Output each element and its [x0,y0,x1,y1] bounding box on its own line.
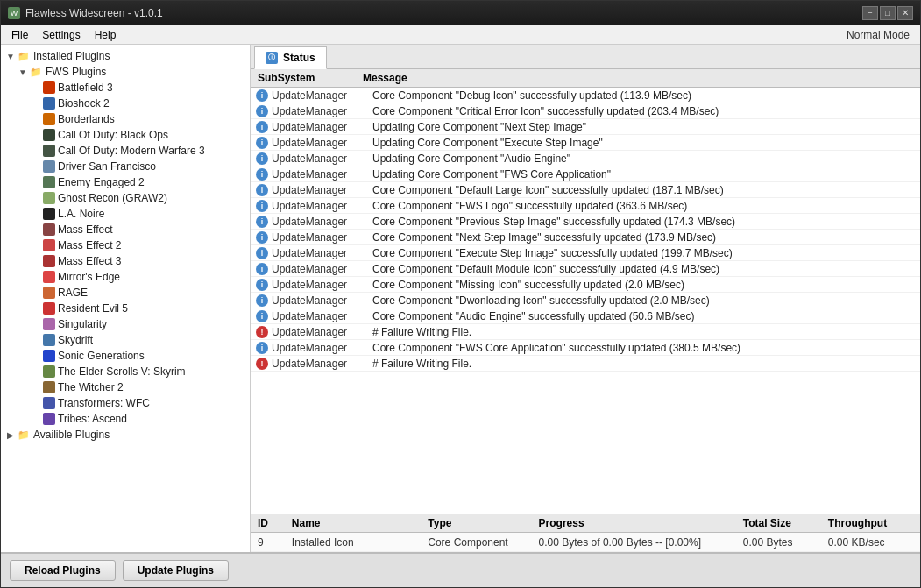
maximize-button[interactable]: □ [880,6,896,20]
info-icon: i [256,247,268,259]
log-row: i UpdateManager Updating Core Component … [251,166,920,182]
log-message: Core Component "Previous Step Image" suc… [372,216,915,228]
log-subsystem: UpdateManager [272,184,372,196]
plugin-icon-me2 [43,239,55,251]
status-tab-bar: ⓘ Status [251,45,920,69]
plugin-label-twfc: Transformers: WFC [58,397,150,409]
sidebar-item-dsf[interactable]: Driver San Francisco [1,159,250,174]
menu-settings[interactable]: Settings [35,27,87,43]
log-message: Updating Core Component "Audio Engine" [372,152,915,165]
sidebar-item-sky[interactable]: Skydrift [1,332,250,348]
plugin-label-sonic: Sonic Generations [58,350,145,362]
fws-plugins-label: FWS Plugins [46,66,106,78]
sidebar-item-twfc[interactable]: Transformers: WFC [1,395,250,411]
log-message: # Failure Writing File. [372,358,915,370]
info-icon: i [256,310,268,322]
info-icon: i [256,279,268,291]
sidebar-item-installed-plugins[interactable]: ▼ 📁 Installed Plugins [1,48,250,64]
log-row: i UpdateManager Core Component "Default … [251,261,920,277]
plugin-label-re5: Resident Evil 5 [58,302,128,315]
plugin-label-bor: Borderlands [58,113,115,125]
sidebar-item-lan[interactable]: L.A. Noire [1,206,250,222]
sidebar-item-bor[interactable]: Borderlands [1,111,250,127]
log-subsystem: UpdateManager [272,342,372,354]
plugin-label-me3: Mass Effect 3 [58,255,121,267]
menu-file[interactable]: File [4,27,35,43]
log-row: i UpdateManager Core Component "Debug Ic… [251,88,920,103]
log-message: Updating Core Component "Next Step Image… [372,121,915,133]
folder-icon-fws: 📁 [29,65,43,79]
installed-plugins-label: Installed Plugins [33,50,110,62]
dl-val-name: Installed Icon [292,536,428,549]
plugin-icon-mre [43,271,55,283]
reload-plugins-button[interactable]: Reload Plugins [10,560,116,581]
sidebar-item-re5[interactable]: Resident Evil 5 [1,301,250,316]
sidebar-item-me2[interactable]: Mass Effect 2 [1,237,250,253]
log-subsystem: UpdateManager [272,121,372,133]
sidebar-item-ee2[interactable]: Enemy Engaged 2 [1,174,250,190]
sidebar-item-tes5[interactable]: The Elder Scrolls V: Skyrim [1,364,250,379]
menu-help[interactable]: Help [88,27,124,43]
sidebar-item-tribes[interactable]: Tribes: Ascend [1,411,250,427]
sidebar-item-bf3[interactable]: Battlefield 3 [1,80,250,96]
log-subsystem: UpdateManager [272,263,372,275]
info-icon: i [256,231,268,244]
close-button[interactable]: ✕ [897,6,913,20]
status-tab-label: Status [283,52,315,64]
info-icon: i [256,200,268,212]
log-message: Core Component "Next Step Image" success… [372,231,915,244]
log-subsystem: UpdateManager [272,216,372,228]
log-scroll-container[interactable]: i UpdateManager Core Component "Debug Ic… [251,88,920,514]
plugin-label-cod-mw3: Call Of Duty: Modern Warfare 3 [58,145,205,157]
dl-header-type: Type [428,517,538,529]
dl-val-size: 0.00 Bytes [743,536,828,549]
sidebar-item-rage[interactable]: RAGE [1,285,250,301]
log-header-message: Message [363,72,913,84]
plugin-label-rage: RAGE [58,287,88,299]
sidebar-item-bio2[interactable]: Bioshock 2 [1,96,250,111]
log-message: Updating Core Component "FWS Core Applic… [372,168,915,181]
dl-header-progress: Progress [539,517,743,529]
sidebar-item-sin[interactable]: Singularity [1,316,250,332]
sidebar: ▼ 📁 Installed Plugins ▼ 📁 FWS Plugins Ba… [1,45,251,552]
plugin-icon-tes5 [43,365,55,378]
sidebar-item-sonic[interactable]: Sonic Generations [1,348,250,364]
plugin-icon-graw [43,192,55,204]
log-row: i UpdateManager Core Component "Critical… [251,103,920,119]
log-subsystem: UpdateManager [272,358,372,370]
error-icon: ! [256,358,268,370]
sidebar-item-mre[interactable]: Mirror's Edge [1,269,250,285]
title-bar-left: W Flawless Widescreen - v1.0.1 [8,7,163,19]
sidebar-item-available-plugins[interactable]: ▶ 📁 Availible Plugins [1,427,250,443]
app-icon: W [8,7,20,19]
log-row: i UpdateManager Core Component "Audio En… [251,308,920,324]
log-row: i UpdateManager Core Component "Execute … [251,245,920,261]
sidebar-item-cod-bo[interactable]: Call Of Duty: Black Ops [1,127,250,143]
tab-status[interactable]: ⓘ Status [254,46,327,69]
log-subsystem: UpdateManager [272,326,372,338]
folder-icon-installed: 📁 [17,49,31,63]
plugin-icon-sky [43,334,55,346]
log-message: Core Component "Missing Icon" successful… [372,279,915,291]
sidebar-item-graw[interactable]: Ghost Recon (GRAW2) [1,190,250,206]
available-plugins-label: Availible Plugins [33,429,110,441]
sidebar-item-cod-mw3[interactable]: Call Of Duty: Modern Warfare 3 [1,143,250,159]
plugin-label-cod-bo: Call Of Duty: Black Ops [58,129,168,141]
info-icon: i [256,263,268,275]
log-row: i UpdateManager Core Component "Previous… [251,214,920,230]
log-row: i UpdateManager Core Component "Missing … [251,277,920,293]
sidebar-item-me3[interactable]: Mass Effect 3 [1,253,250,269]
minimize-button[interactable]: − [862,6,878,20]
plugin-icon-tribes [43,413,55,425]
log-subsystem: UpdateManager [272,168,372,181]
update-plugins-button[interactable]: Update Plugins [123,560,229,581]
sidebar-item-me1[interactable]: Mass Effect [1,222,250,237]
log-subsystem: UpdateManager [272,279,372,291]
sidebar-item-witcher2[interactable]: The Witcher 2 [1,379,250,395]
sidebar-item-fws-plugins[interactable]: ▼ 📁 FWS Plugins [1,64,250,80]
toggle-available-plugins: ▶ [4,430,17,440]
plugin-label-bio2: Bioshock 2 [58,97,110,110]
info-icon: i [256,152,268,165]
plugin-icon-bio2 [43,97,55,110]
info-icon: i [256,89,268,102]
